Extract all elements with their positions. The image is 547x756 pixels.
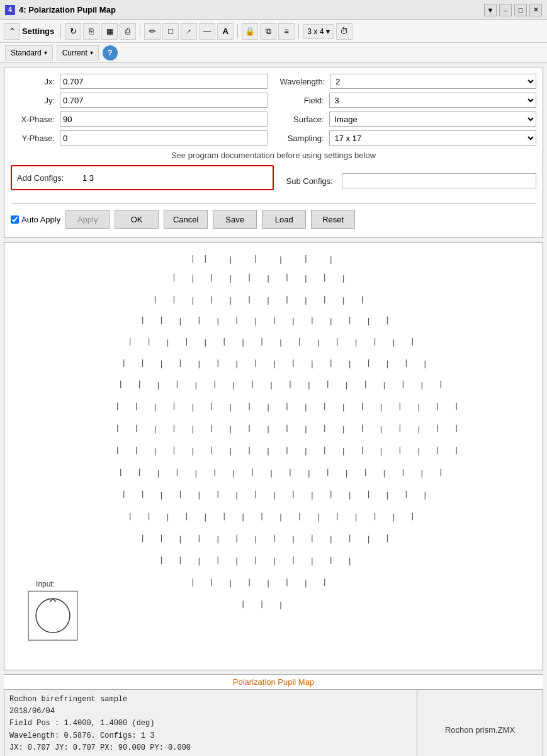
current-dropdown[interactable]: Current ▾ xyxy=(57,45,99,60)
help-btn[interactable]: ? xyxy=(103,45,118,60)
sub-configs-label: Sub Configs: xyxy=(286,176,337,186)
wavelength-row: Wavelength: 2 xyxy=(280,74,537,89)
jx-input[interactable] xyxy=(60,74,268,89)
configs-container: Add Configs: Sub Configs: xyxy=(11,165,536,197)
yphase-input[interactable] xyxy=(60,130,268,146)
cancel-button[interactable]: Cancel xyxy=(164,210,208,229)
line-icon: — xyxy=(203,26,211,36)
close-button[interactable]: ✕ xyxy=(529,4,542,16)
apply-button[interactable]: Apply xyxy=(65,210,110,229)
dropdown-arrow-icon: ▾ xyxy=(44,49,47,56)
field-label: Field: xyxy=(280,96,324,105)
yphase-row: Y-Phase: xyxy=(11,130,268,146)
separator2 xyxy=(140,25,140,38)
stack-icon: ≡ xyxy=(285,26,290,36)
auto-apply-check: Auto Apply xyxy=(11,215,60,224)
status-area: Rochon birefringent sample 2018/06/04 Fi… xyxy=(4,690,543,756)
save-button[interactable]: Save xyxy=(213,210,257,229)
field-row: Field: 3 xyxy=(280,93,537,108)
jy-label: Jy: xyxy=(11,96,55,105)
separator xyxy=(60,25,61,38)
lock-btn[interactable]: 🔒 xyxy=(242,23,258,40)
chevron-up-icon: ⌃ xyxy=(9,26,16,36)
refresh-icon: ↻ xyxy=(70,26,77,36)
xphase-label: X-Phase: xyxy=(11,115,55,124)
sub-configs-group: Sub Configs: xyxy=(286,173,537,188)
secondary-toolbar: Standard ▾ Current ▾ ? xyxy=(0,43,547,63)
window-title: 4: Polarization Pupil Map xyxy=(19,5,484,14)
pencil-icon: ✏ xyxy=(149,26,156,36)
field-select[interactable]: 3 xyxy=(329,93,537,108)
file-label: Rochon prism.ZMX xyxy=(445,725,515,735)
settings-panel: Jx: Jy: X-Phase: Y-Phase: Wavelength: 2 xyxy=(4,67,543,238)
auto-apply-checkbox[interactable] xyxy=(11,215,19,224)
status-line1: Rochon birefringent sample xyxy=(9,694,412,706)
sampling-row: Sampling: 17 x 17 xyxy=(280,130,537,146)
maximize-button[interactable]: □ xyxy=(514,4,527,16)
notice-text: See program documentation before using s… xyxy=(11,151,536,160)
layers-icon: ⧉ xyxy=(266,26,271,37)
wavelength-select[interactable]: 2 xyxy=(330,74,536,89)
sampling-select[interactable]: 17 x 17 xyxy=(329,130,537,146)
copy-icon: ⎘ xyxy=(89,26,94,36)
status-line4: Wavelength: 0.5876. Configs: 1 3 xyxy=(9,730,412,742)
pencil-btn[interactable]: ✏ xyxy=(144,23,161,40)
yphase-label: Y-Phase: xyxy=(11,134,55,143)
text-tool-btn[interactable]: A xyxy=(217,23,234,40)
surface-label: Surface: xyxy=(280,115,324,124)
clock-icon: ⏱ xyxy=(340,26,348,36)
text-tool-icon: A xyxy=(223,26,228,36)
jx-row: Jx: xyxy=(11,74,268,89)
minimize-button[interactable]: ▼ xyxy=(484,4,497,16)
chart-title: Polarization Pupil Map xyxy=(4,674,543,690)
chart-title-text: Polarization Pupil Map xyxy=(233,677,314,687)
xphase-input[interactable] xyxy=(60,112,268,127)
ok-button[interactable]: OK xyxy=(115,210,159,229)
polarization-viz: // Will be rendered statically below xyxy=(4,243,543,670)
action-row: Auto Apply Apply OK Cancel Save Load Res… xyxy=(11,207,536,231)
wavelength-label: Wavelength: xyxy=(280,77,325,86)
svg-text:Input:: Input: xyxy=(36,580,55,588)
arrow-btn[interactable]: ↑ xyxy=(181,23,197,40)
status-line3: Field Pos : 1.4000, 1.4000 (deg) xyxy=(9,718,412,730)
add-configs-group: Add Configs: xyxy=(11,165,274,190)
separator4 xyxy=(298,25,299,38)
save-image-btn[interactable]: ▦ xyxy=(101,23,118,40)
minimize2-button[interactable]: – xyxy=(499,4,512,16)
help-icon: ? xyxy=(108,48,113,57)
grid-btn[interactable]: 3 x 4 ▾ xyxy=(303,24,334,39)
sub-configs-input[interactable] xyxy=(342,173,537,188)
plot-area: // Will be rendered statically below xyxy=(4,242,543,670)
separator3 xyxy=(237,25,238,38)
surface-select[interactable]: Image xyxy=(329,112,537,127)
lock-icon: 🔒 xyxy=(245,26,255,36)
standard-label: Standard xyxy=(11,49,42,57)
rect-btn[interactable]: □ xyxy=(162,23,179,40)
current-label: Current xyxy=(62,49,87,57)
divider xyxy=(11,203,536,203)
status-file: Rochon prism.ZMX xyxy=(417,690,543,756)
layers-btn[interactable]: ⧉ xyxy=(260,23,276,40)
line-btn[interactable]: — xyxy=(199,23,215,40)
surface-row: Surface: Image xyxy=(280,112,537,127)
arrow-icon: ↑ xyxy=(184,26,194,36)
load-button[interactable]: Load xyxy=(262,210,306,229)
copy-btn[interactable]: ⎘ xyxy=(83,23,99,40)
xphase-row: X-Phase: xyxy=(11,112,268,127)
left-settings: Jx: Jy: X-Phase: Y-Phase: xyxy=(11,74,268,146)
rect-icon: □ xyxy=(168,26,173,36)
main-toolbar: ⌃ Settings ↻ ⎘ ▦ ⎙ ✏ □ ↑ — A 🔒 ⧉ ≡ 3 x 4… xyxy=(0,20,547,43)
jy-input[interactable] xyxy=(60,93,268,108)
clock-btn[interactable]: ⏱ xyxy=(336,23,352,40)
standard-dropdown[interactable]: Standard ▾ xyxy=(5,45,53,60)
reset-button[interactable]: Reset xyxy=(311,210,355,229)
add-configs-input[interactable] xyxy=(80,170,268,185)
settings-label: Settings xyxy=(22,26,54,36)
stack-btn[interactable]: ≡ xyxy=(278,23,295,40)
title-bar: 4 4: Polarization Pupil Map ▼ – □ ✕ xyxy=(0,0,547,20)
save-image-icon: ▦ xyxy=(106,27,113,36)
status-info: Rochon birefringent sample 2018/06/04 Fi… xyxy=(4,690,417,756)
settings-toggle-btn[interactable]: ⌃ xyxy=(4,23,20,40)
refresh-btn[interactable]: ↻ xyxy=(65,23,81,40)
print-btn[interactable]: ⎙ xyxy=(120,23,136,40)
